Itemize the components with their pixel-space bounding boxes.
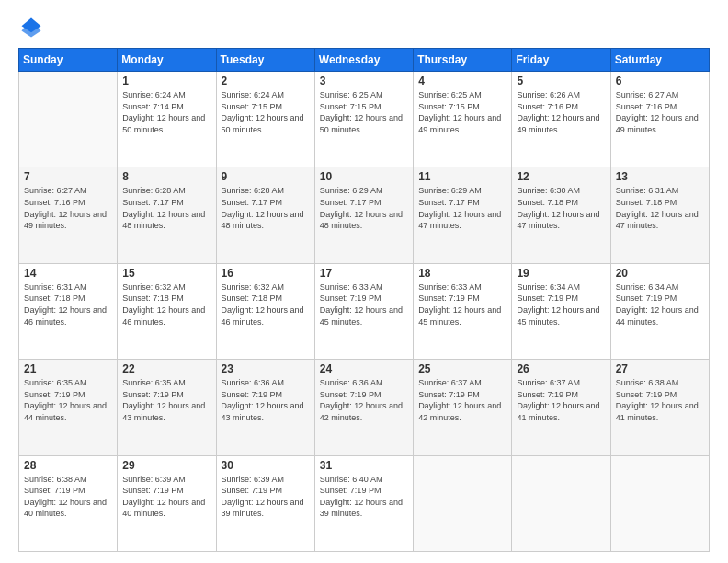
day-number: 6 bbox=[616, 75, 704, 87]
day-number: 10 bbox=[320, 170, 408, 183]
calendar-cell: 22Sunrise: 6:35 AMSunset: 7:19 PMDayligh… bbox=[118, 360, 216, 455]
calendar-cell: 8Sunrise: 6:28 AMSunset: 7:17 PMDaylight… bbox=[118, 167, 216, 263]
calendar-cell: 11Sunrise: 6:29 AMSunset: 7:17 PMDayligh… bbox=[414, 167, 512, 263]
day-number: 13 bbox=[616, 170, 704, 183]
calendar-cell: 2Sunrise: 6:24 AMSunset: 7:15 PMDaylight… bbox=[216, 72, 314, 167]
day-number: 1 bbox=[122, 75, 210, 87]
calendar-cell: 26Sunrise: 6:37 AMSunset: 7:19 PMDayligh… bbox=[512, 360, 610, 455]
calendar-cell: 30Sunrise: 6:39 AMSunset: 7:19 PMDayligh… bbox=[216, 455, 314, 551]
calendar-cell: 27Sunrise: 6:38 AMSunset: 7:19 PMDayligh… bbox=[610, 360, 709, 455]
day-info: Sunrise: 6:29 AMSunset: 7:17 PMDaylight:… bbox=[418, 185, 506, 231]
day-info: Sunrise: 6:33 AMSunset: 7:19 PMDaylight:… bbox=[418, 282, 506, 327]
calendar-cell: 14Sunrise: 6:31 AMSunset: 7:18 PMDayligh… bbox=[19, 263, 118, 359]
calendar-cell bbox=[610, 455, 709, 551]
day-info: Sunrise: 6:38 AMSunset: 7:19 PMDaylight:… bbox=[24, 474, 112, 520]
calendar-cell bbox=[19, 72, 118, 167]
day-number: 19 bbox=[517, 267, 605, 280]
calendar-cell: 29Sunrise: 6:39 AMSunset: 7:19 PMDayligh… bbox=[118, 455, 216, 551]
calendar-cell: 31Sunrise: 6:40 AMSunset: 7:19 PMDayligh… bbox=[314, 455, 413, 551]
day-number: 24 bbox=[320, 362, 408, 375]
calendar-cell: 21Sunrise: 6:35 AMSunset: 7:19 PMDayligh… bbox=[19, 360, 118, 455]
day-info: Sunrise: 6:40 AMSunset: 7:19 PMDaylight:… bbox=[320, 474, 408, 520]
calendar-cell: 16Sunrise: 6:32 AMSunset: 7:18 PMDayligh… bbox=[216, 263, 314, 359]
day-number: 3 bbox=[320, 75, 408, 87]
day-number: 30 bbox=[222, 459, 310, 472]
calendar-week-row: 14Sunrise: 6:31 AMSunset: 7:18 PMDayligh… bbox=[19, 263, 710, 359]
day-number: 15 bbox=[122, 267, 210, 280]
day-number: 9 bbox=[222, 170, 310, 183]
calendar-week-row: 7Sunrise: 6:27 AMSunset: 7:16 PMDaylight… bbox=[19, 167, 710, 263]
day-info: Sunrise: 6:24 AMSunset: 7:15 PMDaylight:… bbox=[222, 89, 310, 135]
calendar-header-row: SundayMondayTuesdayWednesdayThursdayFrid… bbox=[19, 49, 710, 72]
day-info: Sunrise: 6:33 AMSunset: 7:19 PMDaylight:… bbox=[320, 282, 408, 327]
day-number: 25 bbox=[418, 362, 506, 375]
day-number: 28 bbox=[24, 459, 112, 472]
calendar-cell: 17Sunrise: 6:33 AMSunset: 7:19 PMDayligh… bbox=[314, 263, 413, 359]
day-info: Sunrise: 6:35 AMSunset: 7:19 PMDaylight:… bbox=[122, 377, 210, 423]
day-info: Sunrise: 6:35 AMSunset: 7:19 PMDaylight:… bbox=[24, 377, 112, 423]
calendar-cell: 13Sunrise: 6:31 AMSunset: 7:18 PMDayligh… bbox=[610, 167, 709, 263]
day-info: Sunrise: 6:25 AMSunset: 7:15 PMDaylight:… bbox=[320, 89, 408, 135]
calendar-week-row: 28Sunrise: 6:38 AMSunset: 7:19 PMDayligh… bbox=[19, 455, 710, 551]
day-info: Sunrise: 6:37 AMSunset: 7:19 PMDaylight:… bbox=[517, 377, 605, 423]
calendar-header-wednesday: Wednesday bbox=[314, 49, 413, 72]
day-number: 12 bbox=[517, 170, 605, 183]
calendar-week-row: 21Sunrise: 6:35 AMSunset: 7:19 PMDayligh… bbox=[19, 360, 710, 455]
day-info: Sunrise: 6:39 AMSunset: 7:19 PMDaylight:… bbox=[222, 474, 310, 520]
calendar-header-saturday: Saturday bbox=[610, 49, 709, 72]
day-info: Sunrise: 6:38 AMSunset: 7:19 PMDaylight:… bbox=[616, 377, 704, 423]
day-number: 11 bbox=[418, 170, 506, 183]
day-info: Sunrise: 6:37 AMSunset: 7:19 PMDaylight:… bbox=[418, 377, 506, 423]
day-number: 20 bbox=[616, 267, 704, 280]
day-number: 7 bbox=[24, 170, 112, 183]
day-info: Sunrise: 6:34 AMSunset: 7:19 PMDaylight:… bbox=[517, 282, 605, 327]
calendar-cell: 5Sunrise: 6:26 AMSunset: 7:16 PMDaylight… bbox=[512, 72, 610, 167]
day-number: 26 bbox=[517, 362, 605, 375]
logo bbox=[18, 15, 48, 40]
page: SundayMondayTuesdayWednesdayThursdayFrid… bbox=[0, 0, 728, 563]
day-number: 17 bbox=[320, 267, 408, 280]
calendar-cell: 4Sunrise: 6:25 AMSunset: 7:15 PMDaylight… bbox=[414, 72, 512, 167]
day-number: 4 bbox=[418, 75, 506, 87]
day-number: 31 bbox=[320, 459, 408, 472]
day-info: Sunrise: 6:26 AMSunset: 7:16 PMDaylight:… bbox=[517, 89, 605, 135]
calendar-cell: 9Sunrise: 6:28 AMSunset: 7:17 PMDaylight… bbox=[216, 167, 314, 263]
calendar-header-thursday: Thursday bbox=[414, 49, 512, 72]
calendar-cell: 3Sunrise: 6:25 AMSunset: 7:15 PMDaylight… bbox=[314, 72, 413, 167]
day-number: 18 bbox=[418, 267, 506, 280]
day-info: Sunrise: 6:24 AMSunset: 7:14 PMDaylight:… bbox=[122, 89, 210, 135]
day-info: Sunrise: 6:32 AMSunset: 7:18 PMDaylight:… bbox=[122, 282, 210, 327]
calendar-week-row: 1Sunrise: 6:24 AMSunset: 7:14 PMDaylight… bbox=[19, 72, 710, 167]
header bbox=[18, 15, 710, 40]
day-number: 21 bbox=[24, 362, 112, 375]
logo-icon bbox=[18, 15, 44, 40]
day-info: Sunrise: 6:28 AMSunset: 7:17 PMDaylight:… bbox=[222, 185, 310, 231]
calendar-cell: 7Sunrise: 6:27 AMSunset: 7:16 PMDaylight… bbox=[19, 167, 118, 263]
calendar-cell bbox=[414, 455, 512, 551]
day-number: 23 bbox=[222, 362, 310, 375]
day-number: 27 bbox=[616, 362, 704, 375]
calendar-cell: 28Sunrise: 6:38 AMSunset: 7:19 PMDayligh… bbox=[19, 455, 118, 551]
day-info: Sunrise: 6:32 AMSunset: 7:18 PMDaylight:… bbox=[222, 282, 310, 327]
day-info: Sunrise: 6:31 AMSunset: 7:18 PMDaylight:… bbox=[24, 282, 112, 327]
calendar-cell: 1Sunrise: 6:24 AMSunset: 7:14 PMDaylight… bbox=[118, 72, 216, 167]
day-info: Sunrise: 6:36 AMSunset: 7:19 PMDaylight:… bbox=[222, 377, 310, 423]
calendar-cell: 6Sunrise: 6:27 AMSunset: 7:16 PMDaylight… bbox=[610, 72, 709, 167]
calendar-cell: 12Sunrise: 6:30 AMSunset: 7:18 PMDayligh… bbox=[512, 167, 610, 263]
day-info: Sunrise: 6:31 AMSunset: 7:18 PMDaylight:… bbox=[616, 185, 704, 231]
calendar-cell: 10Sunrise: 6:29 AMSunset: 7:17 PMDayligh… bbox=[314, 167, 413, 263]
calendar-cell bbox=[512, 455, 610, 551]
calendar-cell: 19Sunrise: 6:34 AMSunset: 7:19 PMDayligh… bbox=[512, 263, 610, 359]
calendar-header-sunday: Sunday bbox=[19, 49, 118, 72]
day-info: Sunrise: 6:36 AMSunset: 7:19 PMDaylight:… bbox=[320, 377, 408, 423]
day-info: Sunrise: 6:25 AMSunset: 7:15 PMDaylight:… bbox=[418, 89, 506, 135]
day-number: 16 bbox=[222, 267, 310, 280]
day-number: 22 bbox=[122, 362, 210, 375]
day-info: Sunrise: 6:30 AMSunset: 7:18 PMDaylight:… bbox=[517, 185, 605, 231]
calendar-cell: 15Sunrise: 6:32 AMSunset: 7:18 PMDayligh… bbox=[118, 263, 216, 359]
calendar-cell: 18Sunrise: 6:33 AMSunset: 7:19 PMDayligh… bbox=[414, 263, 512, 359]
calendar-table: SundayMondayTuesdayWednesdayThursdayFrid… bbox=[18, 48, 710, 552]
day-info: Sunrise: 6:34 AMSunset: 7:19 PMDaylight:… bbox=[616, 282, 704, 327]
day-number: 2 bbox=[222, 75, 310, 87]
day-info: Sunrise: 6:29 AMSunset: 7:17 PMDaylight:… bbox=[320, 185, 408, 231]
